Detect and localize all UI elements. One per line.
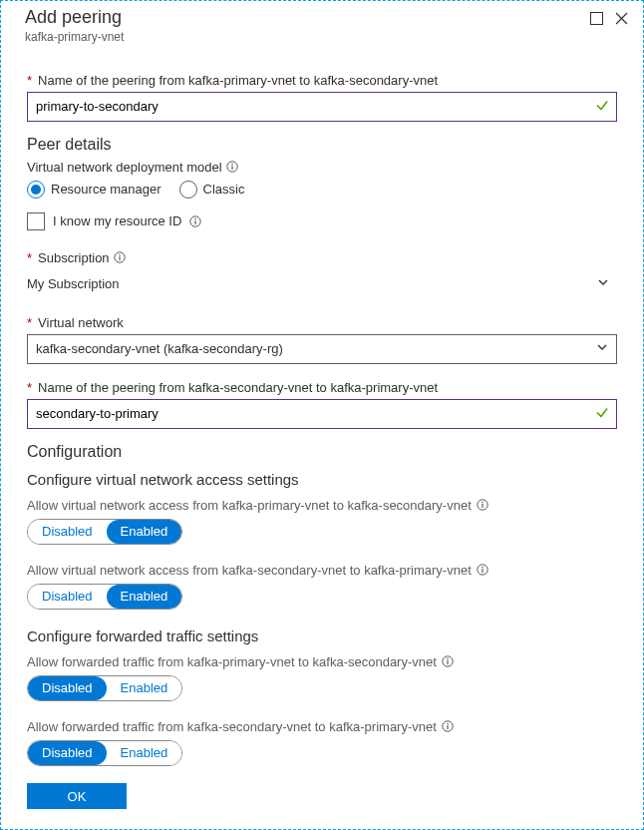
name1-input-wrap [27, 92, 617, 122]
header-titles: Add peering kafka-primary-vnet [25, 7, 589, 44]
toggle-enabled[interactable]: Enabled [107, 741, 182, 765]
info-icon[interactable] [189, 215, 201, 227]
info-icon[interactable] [226, 161, 238, 173]
subscription-value: My Subscription [27, 276, 119, 291]
peer-details-title: Peer details [27, 136, 617, 154]
svg-rect-0 [591, 13, 603, 25]
know-id-checkbox[interactable] [27, 212, 45, 230]
svg-rect-15 [482, 569, 483, 573]
svg-point-5 [195, 217, 197, 219]
subscription-label: * Subscription [27, 250, 617, 265]
check-icon [595, 98, 609, 115]
radio-rm-label: Resource manager [51, 182, 161, 197]
radio-circle-selected [27, 181, 45, 199]
fwd-s2p-toggle[interactable]: Disabled Enabled [27, 740, 182, 766]
svg-point-8 [119, 254, 121, 256]
chevron-down-icon [597, 276, 609, 291]
required-star: * [27, 250, 32, 265]
toggle-enabled[interactable]: Enabled [107, 676, 182, 700]
svg-point-14 [482, 567, 483, 569]
check-icon [595, 405, 609, 422]
blade-subtitle: kafka-primary-vnet [25, 30, 589, 44]
toggle-disabled[interactable]: Disabled [28, 585, 107, 609]
svg-rect-9 [119, 256, 120, 260]
svg-point-20 [447, 723, 449, 725]
name1-label-text: Name of the peering from kafka-primary-v… [38, 73, 438, 88]
deploy-model-radios: Resource manager Classic [27, 181, 617, 199]
radio-classic[interactable]: Classic [179, 181, 245, 199]
access-s2p-toggle[interactable]: Disabled Enabled [27, 584, 182, 610]
name1-input[interactable] [27, 92, 617, 122]
svg-point-17 [447, 658, 449, 660]
radio-classic-label: Classic [203, 182, 245, 197]
name2-input[interactable] [27, 399, 617, 429]
svg-rect-12 [482, 504, 483, 508]
know-id-row: I know my resource ID [27, 212, 617, 230]
toggle-disabled[interactable]: Disabled [28, 520, 107, 544]
required-star: * [27, 315, 32, 330]
fwd-p2s-toggle[interactable]: Disabled Enabled [27, 675, 182, 701]
access-heading: Configure virtual network access setting… [27, 471, 617, 488]
vnet-label-text: Virtual network [38, 315, 124, 330]
blade-title: Add peering [25, 7, 589, 29]
access-p2s-toggle[interactable]: Disabled Enabled [27, 519, 182, 545]
fwd-heading: Configure forwarded traffic settings [27, 627, 617, 644]
svg-rect-21 [447, 725, 448, 729]
toggle-disabled[interactable]: Disabled [28, 741, 107, 765]
info-icon[interactable] [477, 499, 488, 511]
toggle-enabled[interactable]: Enabled [107, 520, 182, 544]
fwd-s2p-desc: Allow forwarded traffic from kafka-secon… [27, 719, 617, 734]
access-p2s-desc: Allow virtual network access from kafka-… [27, 498, 617, 513]
name2-input-wrap [27, 399, 617, 429]
info-icon[interactable] [442, 720, 454, 732]
name2-label: * Name of the peering from kafka-seconda… [27, 380, 617, 395]
access-p2s-text: Allow virtual network access from kafka-… [27, 498, 472, 513]
close-icon[interactable] [614, 11, 629, 26]
info-icon[interactable] [477, 564, 488, 576]
deploy-model-label: Virtual network deployment model [27, 160, 617, 175]
required-star: * [27, 380, 32, 395]
radio-resource-manager[interactable]: Resource manager [27, 181, 161, 199]
know-id-label: I know my resource ID [53, 213, 181, 228]
name1-label: * Name of the peering from kafka-primary… [27, 73, 617, 88]
vnet-dropdown[interactable]: kafka-secondary-vnet (kafka-secondary-rg… [27, 334, 617, 364]
subscription-label-text: Subscription [38, 250, 110, 265]
name2-label-text: Name of the peering from kafka-secondary… [38, 380, 438, 395]
toggle-enabled[interactable]: Enabled [107, 585, 182, 609]
vnet-value: kafka-secondary-vnet (kafka-secondary-rg… [36, 341, 283, 356]
blade-header: Add peering kafka-primary-vnet [1, 1, 643, 53]
subscription-dropdown[interactable]: My Subscription [27, 269, 617, 299]
toggle-disabled[interactable]: Disabled [28, 676, 107, 700]
info-icon[interactable] [114, 251, 126, 263]
ok-button[interactable]: OK [27, 783, 127, 809]
configuration-title: Configuration [27, 443, 617, 461]
svg-rect-18 [447, 660, 448, 664]
maximize-icon[interactable] [589, 11, 604, 26]
required-star: * [27, 73, 32, 88]
blade-container: Add peering kafka-primary-vnet * Name of… [0, 0, 644, 830]
svg-rect-3 [231, 166, 232, 170]
content-scroll[interactable]: * Name of the peering from kafka-primary… [1, 53, 643, 771]
svg-point-2 [231, 164, 233, 166]
access-s2p-text: Allow virtual network access from kafka-… [27, 563, 472, 578]
fwd-s2p-text: Allow forwarded traffic from kafka-secon… [27, 719, 437, 734]
chevron-down-icon [596, 341, 608, 356]
fwd-p2s-text: Allow forwarded traffic from kafka-prima… [27, 654, 437, 669]
radio-circle [179, 181, 197, 199]
vnet-label: * Virtual network [27, 315, 617, 330]
fwd-p2s-desc: Allow forwarded traffic from kafka-prima… [27, 654, 617, 669]
svg-point-11 [482, 502, 483, 504]
access-s2p-desc: Allow virtual network access from kafka-… [27, 563, 617, 578]
deploy-model-text: Virtual network deployment model [27, 160, 222, 175]
info-icon[interactable] [442, 655, 454, 667]
svg-rect-6 [195, 220, 196, 224]
blade-footer: OK [1, 771, 643, 829]
header-actions [589, 7, 629, 26]
